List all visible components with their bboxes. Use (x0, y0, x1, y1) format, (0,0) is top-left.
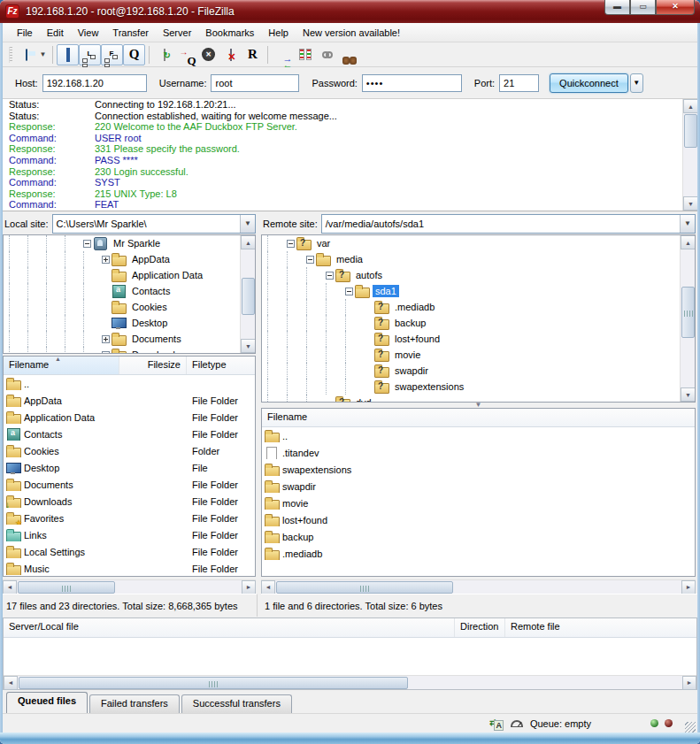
remote-directory-tree[interactable]: ?varmedia?autofssda1?.mediadb?backup?los… (261, 234, 696, 403)
file-row-mediadb[interactable]: .mediadb (262, 545, 695, 562)
directory-comparison-button[interactable] (294, 44, 316, 65)
local-list-hscrollbar[interactable]: ◄ ► (3, 579, 256, 594)
expand-expander-icon[interactable] (102, 335, 110, 343)
toggle-remote-tree-button[interactable]: F (101, 44, 123, 65)
expand-expander-icon[interactable] (102, 256, 110, 264)
scroll-up-icon[interactable]: ▲ (683, 99, 697, 113)
scroll-left-icon[interactable]: ◄ (261, 580, 275, 594)
minimize-button[interactable]: ▬ (604, 0, 630, 15)
title-bar[interactable]: Fz 192.168.1.20 - root@192.168.1.20 - Fi… (0, 0, 700, 23)
remote-list-hscrollbar[interactable]: ◄ ► (261, 579, 696, 594)
expand-expander-icon[interactable] (102, 351, 110, 354)
scroll-down-icon[interactable]: ▼ (241, 339, 256, 353)
maximize-button[interactable]: ▭ (630, 0, 656, 15)
close-button[interactable]: ✕ (656, 0, 695, 15)
username-input[interactable] (211, 74, 299, 92)
menu-item-server[interactable]: Server (156, 25, 198, 41)
scroll-down-icon[interactable]: ▼ (683, 196, 697, 211)
remote-site-combobox[interactable]: /var/media/autofs/sda1 ▼ (321, 214, 696, 234)
file-row-application-data[interactable]: Application DataFile Folder (4, 409, 255, 426)
file-row-backup[interactable]: backup (262, 528, 695, 545)
tree-item-backup[interactable]: ?backup (262, 315, 680, 331)
file-row-favorites[interactable]: ★FavoritesFile Folder (4, 510, 255, 526)
column-header-filesize[interactable]: Filesize (119, 357, 187, 374)
file-row-swapdir[interactable]: swapdir (262, 478, 695, 495)
toolbar-grip[interactable] (9, 47, 12, 63)
tree-item-downloads[interactable]: ↓Downloads (4, 347, 240, 353)
toggle-message-log-button[interactable] (57, 44, 79, 65)
scroll-left-icon[interactable]: ◄ (3, 580, 17, 594)
tree-item-swapdir[interactable]: ?swapdir (262, 363, 680, 379)
tree-item-media[interactable]: media (262, 251, 680, 267)
remote-file-list[interactable]: Filename ...titandevswapextensionsswapdi… (261, 408, 696, 577)
menu-item-bookmarks[interactable]: Bookmarks (198, 25, 261, 41)
tree-item-autofs[interactable]: ?autofs (262, 267, 680, 283)
file-row-lost-found[interactable]: lost+found (262, 511, 695, 528)
file-row-documents[interactable]: DocumentsFile Folder (4, 476, 255, 493)
collapse-expander-icon[interactable] (306, 256, 314, 264)
quickconnect-button[interactable]: Quickconnect (550, 73, 628, 93)
file-row-downloads[interactable]: ↓DownloadsFile Folder (4, 493, 255, 510)
toggle-queue-button[interactable]: Q (123, 44, 145, 65)
tree-item-swapextensions[interactable]: ?swapextensions (262, 379, 680, 395)
tab-failed-transfers[interactable]: Failed transfers (89, 694, 180, 713)
message-log-scrollbar[interactable]: ▲ ▼ (682, 99, 697, 211)
chevron-down-icon[interactable]: ▼ (240, 215, 255, 233)
file-row-[interactable]: .. (262, 427, 695, 444)
resize-grip[interactable] (685, 722, 696, 732)
refresh-button[interactable]: ↻ (153, 44, 175, 65)
tree-item-mr-sparkle[interactable]: Mr Sparkle (4, 235, 240, 251)
scroll-right-icon[interactable]: ► (242, 580, 256, 594)
tree-item-dvd[interactable]: ?dvd (262, 395, 680, 402)
local-file-list[interactable]: Filename ▲ Filesize Filetype ..AppDataFi… (3, 356, 256, 577)
scroll-up-icon[interactable]: ▲ (241, 235, 256, 249)
tree-item-cookies[interactable]: Cookies (4, 299, 240, 315)
password-input[interactable] (362, 74, 462, 92)
file-row-local-settings[interactable]: Local SettingsFile Folder (4, 543, 255, 560)
transfer-queue[interactable]: Server/Local file Direction Remote file … (3, 617, 697, 690)
chevron-down-icon[interactable]: ▼ (680, 215, 695, 233)
file-row-music[interactable]: MusicFile Folder (4, 560, 255, 577)
column-header-remote-file[interactable]: Remote file (505, 618, 696, 637)
tree-item-movie[interactable]: ?movie (262, 347, 680, 363)
collapse-expander-icon[interactable] (83, 240, 91, 248)
menu-item-new-version-available[interactable]: New version available! (296, 25, 407, 41)
tree-item-mediadb[interactable]: ?.mediadb (262, 299, 680, 315)
tree-item-documents[interactable]: Documents (4, 331, 240, 347)
host-input[interactable] (42, 74, 147, 92)
queue-hscrollbar[interactable]: ◄ ► (4, 675, 696, 689)
scroll-down-icon[interactable]: ▼ (681, 387, 696, 402)
file-row-desktop[interactable]: DesktopFile (4, 459, 255, 476)
scroll-right-icon[interactable]: ► (681, 580, 696, 594)
local-directory-tree[interactable]: Mr SparkleAppDataApplication DataContact… (3, 234, 256, 354)
tree-item-lost-found[interactable]: ?lost+found (262, 331, 680, 347)
local-tree-scrollbar[interactable]: ▲ ▼ (240, 235, 255, 353)
disconnect-button[interactable]: ✕ (219, 44, 242, 65)
menu-item-edit[interactable]: Edit (40, 25, 71, 41)
swap-arrows-button[interactable]: →← (272, 44, 294, 65)
file-row-cookies[interactable]: CookiesFolder (4, 442, 255, 459)
synchronized-browsing-button[interactable] (316, 44, 338, 65)
port-input[interactable] (499, 74, 539, 92)
scroll-right-icon[interactable]: ► (682, 676, 696, 690)
file-row-links[interactable]: LinksFile Folder (4, 526, 255, 543)
toggle-local-tree-button[interactable]: L (79, 44, 101, 65)
column-header-filename[interactable]: Filename ▲ (4, 357, 119, 374)
collapse-expander-icon[interactable] (345, 288, 353, 295)
scroll-left-icon[interactable]: ◄ (4, 676, 18, 690)
quickconnect-dropdown-button[interactable]: ▼ (630, 73, 643, 93)
file-row-titandev[interactable]: .titandev (262, 444, 695, 461)
tab-successful-transfers[interactable]: Successful transfers (181, 694, 292, 713)
column-header-server-local-file[interactable]: Server/Local file (4, 618, 455, 637)
file-row-[interactable]: .. (4, 375, 255, 392)
column-header-filetype[interactable]: Filetype (187, 357, 255, 374)
collapse-expander-icon[interactable] (287, 240, 295, 248)
reconnect-button[interactable]: R (242, 44, 264, 65)
tab-queued-files[interactable]: Queued files (6, 692, 88, 713)
file-row-contacts[interactable]: ContactsFile Folder (4, 426, 255, 442)
file-row-movie[interactable]: movie (262, 495, 695, 511)
file-row-swapextensions[interactable]: swapextensions (262, 461, 695, 478)
tree-item-desktop[interactable]: Desktop (4, 315, 240, 331)
tree-item-var[interactable]: ?var (262, 235, 680, 251)
menu-item-help[interactable]: Help (261, 25, 296, 41)
